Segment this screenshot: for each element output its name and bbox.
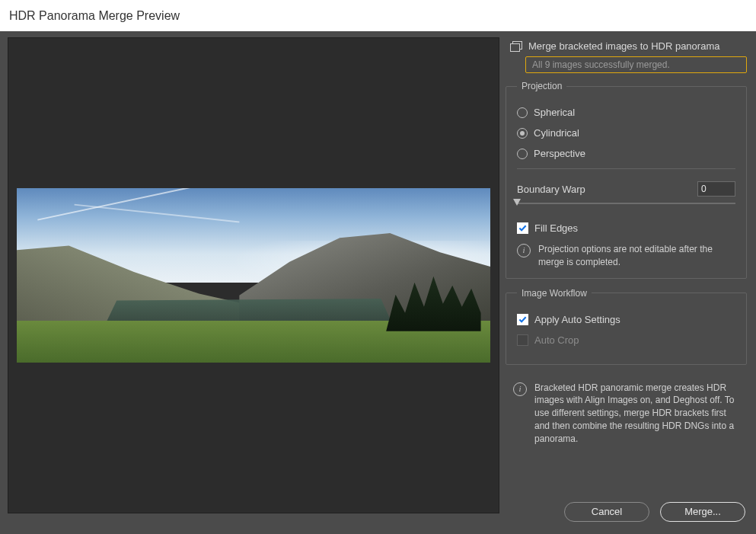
checkbox-label: Fill Edges (534, 222, 578, 234)
divider (517, 168, 735, 169)
merge-button[interactable]: Merge... (660, 502, 745, 522)
radio-label: Cylindrical (534, 127, 579, 139)
radio-icon (517, 128, 528, 139)
window-title: HDR Panorama Merge Preview (9, 9, 180, 23)
cancel-button[interactable]: Cancel (564, 502, 649, 522)
panorama-preview-image (17, 188, 490, 363)
preview-frame (8, 37, 499, 513)
options-pane: Merge bracketed images to HDR panorama A… (502, 31, 756, 534)
radio-cylindrical[interactable]: Cylindrical (517, 127, 735, 139)
radio-icon (517, 107, 528, 118)
checkbox-icon (517, 334, 528, 346)
checkbox-icon (517, 314, 528, 325)
projection-group: Projection Spherical Cylindrical Perspec… (506, 81, 747, 279)
image-stack-icon (510, 41, 522, 52)
merge-status-chip: All 9 images successfully merged. (525, 56, 747, 73)
fill-edges-checkbox[interactable]: Fill Edges (517, 222, 735, 234)
info-icon: i (517, 244, 531, 257)
checkbox-label: Auto Crop (534, 334, 579, 346)
preview-pane (0, 31, 502, 534)
radio-icon (517, 149, 528, 159)
radio-spherical[interactable]: Spherical (517, 107, 735, 118)
dialog-footer: Cancel Merge... (506, 490, 747, 526)
apply-auto-settings-checkbox[interactable]: Apply Auto Settings (517, 314, 735, 325)
checkbox-label: Apply Auto Settings (534, 314, 620, 325)
slider-thumb-icon (513, 199, 521, 206)
radio-perspective[interactable]: Perspective (517, 148, 735, 159)
dialog-body: Merge bracketed images to HDR panorama A… (0, 31, 756, 534)
boundary-warp-row: Boundary Warp (517, 181, 735, 197)
merge-header-text: Merge bracketed images to HDR panorama (528, 40, 719, 52)
projection-note: i Projection options are not editable af… (517, 243, 735, 269)
workflow-legend: Image Workflow (517, 288, 592, 299)
auto-crop-checkbox: Auto Crop (517, 334, 735, 346)
footer-info-text: Bracketed HDR panoramic merge creates HD… (534, 382, 742, 446)
image-workflow-group: Image Workflow Apply Auto Settings Auto … (506, 288, 747, 365)
boundary-warp-input[interactable] (697, 181, 735, 197)
window-title-bar: HDR Panorama Merge Preview (0, 0, 756, 31)
footer-info: i Bracketed HDR panoramic merge creates … (506, 380, 747, 447)
boundary-warp-label: Boundary Warp (517, 184, 585, 195)
projection-legend: Projection (517, 81, 566, 91)
radio-label: Spherical (534, 107, 575, 118)
merge-header: Merge bracketed images to HDR panorama (506, 39, 747, 55)
boundary-warp-slider[interactable] (517, 200, 735, 210)
info-icon: i (513, 382, 527, 396)
checkbox-icon (517, 222, 528, 234)
projection-note-text: Projection options are not editable afte… (538, 243, 735, 269)
radio-label: Perspective (534, 148, 585, 159)
